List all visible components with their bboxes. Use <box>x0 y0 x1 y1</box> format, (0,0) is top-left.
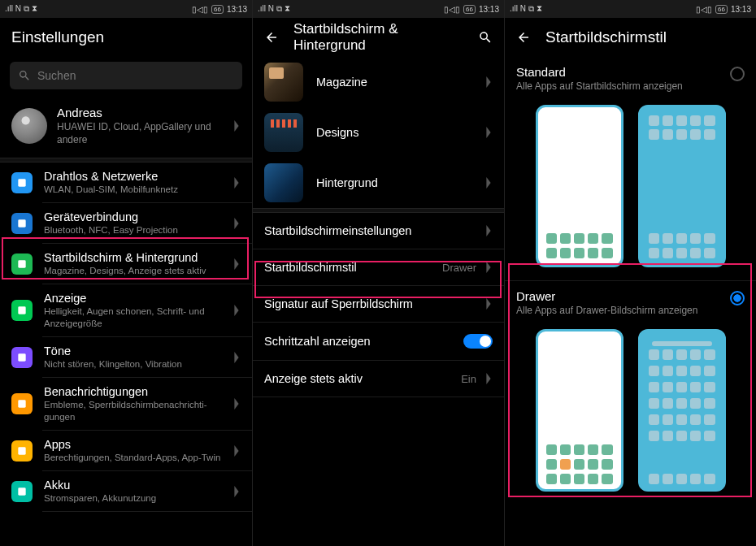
preview-phone <box>536 105 623 267</box>
settings-row[interactable]: Anzeige stets aktivEin <box>253 361 504 397</box>
profile-sub: HUAWEI ID, Cloud, AppGallery und andere <box>57 121 223 146</box>
settings-item[interactable]: Benachrichtigungen Embleme, Sperrbildsch… <box>0 378 252 431</box>
item-icon <box>11 393 33 414</box>
svg-rect-4 <box>18 353 25 361</box>
page-title: Einstellungen <box>11 28 241 46</box>
svg-rect-6 <box>18 447 25 454</box>
header: Einstellungen <box>0 18 252 57</box>
search-icon[interactable] <box>478 30 493 45</box>
settings-row[interactable]: Signatur auf Sperrbildschirm <box>253 286 504 323</box>
option-drawer[interactable]: Drawer Alle Apps auf Drawer-Bildschirm a… <box>505 280 756 505</box>
chevron-right-icon <box>484 76 493 88</box>
settings-row[interactable]: Schrittzahl anzeigen <box>253 323 504 361</box>
back-icon[interactable] <box>264 30 279 45</box>
panel-homescreen-style: .ıll N ⧉ ⧗ ▯◁▯ 66 13:13 Startbildschirms… <box>504 0 756 546</box>
status-bar: .ıll N ⧉ ⧗ ▯◁▯ 66 13:13 <box>0 0 252 18</box>
settings-item[interactable]: Töne Nicht stören, Klingelton, Vibration <box>0 337 252 378</box>
chevron-right-icon <box>232 352 241 363</box>
page-title: Startbildschirm & Hintergrund <box>293 21 463 54</box>
panel-homescreen-bg: .ıll N ⧉ ⧗ ▯◁▯ 66 13:13 Startbildschirm … <box>252 0 504 546</box>
chevron-right-icon <box>232 258 241 270</box>
item-icon <box>11 300 33 321</box>
row-designs[interactable]: Designs <box>253 107 504 158</box>
magazine-thumb <box>264 63 303 102</box>
chevron-right-icon <box>484 177 493 188</box>
search-icon <box>18 69 31 82</box>
preview-phone <box>638 105 726 267</box>
search-placeholder: Suchen <box>37 69 76 82</box>
chevron-right-icon <box>484 298 493 310</box>
row-wallpaper[interactable]: Hintergrund <box>253 158 504 208</box>
svg-rect-3 <box>18 307 25 314</box>
settings-item[interactable]: Drahtlos & Netzwerke WLAN, Dual-SIM, Mob… <box>0 162 252 203</box>
chevron-right-icon <box>232 120 241 132</box>
item-icon <box>11 481 33 502</box>
status-bar: .ıll N ⧉ ⧗ ▯◁▯ 66 13:13 <box>505 0 756 18</box>
status-bar: .ıll N ⧉ ⧗ ▯◁▯ 66 13:13 <box>253 0 504 18</box>
option-standard[interactable]: Standard Alle Apps auf Startbildschirm a… <box>505 57 756 280</box>
header: Startbildschirm & Hintergrund <box>253 18 504 57</box>
wallpaper-thumb <box>264 163 303 202</box>
item-icon <box>11 440 33 462</box>
settings-row[interactable]: StartbildschirmstilDrawer <box>253 249 504 286</box>
item-icon <box>11 254 33 275</box>
radio-drawer[interactable] <box>730 291 745 306</box>
header: Startbildschirmstil <box>505 18 756 57</box>
settings-item[interactable]: Startbildschirm & Hintergrund Magazine, … <box>0 244 252 284</box>
chevron-right-icon <box>232 486 241 497</box>
settings-item[interactable]: Akku Stromsparen, Akkunutzung <box>0 471 252 512</box>
preview-phone <box>638 329 726 492</box>
chevron-right-icon <box>484 127 493 138</box>
chevron-right-icon <box>232 218 241 229</box>
chevron-right-icon <box>232 398 241 410</box>
profile-name: Andreas <box>57 106 223 119</box>
chevron-right-icon <box>232 445 241 457</box>
svg-rect-0 <box>18 179 25 186</box>
item-icon <box>11 172 33 193</box>
back-icon[interactable] <box>516 30 531 45</box>
svg-rect-7 <box>18 488 25 495</box>
item-icon <box>11 213 33 234</box>
toggle[interactable] <box>463 334 493 349</box>
search-input[interactable]: Suchen <box>10 62 242 89</box>
page-title: Startbildschirmstil <box>545 28 745 46</box>
settings-item[interactable]: Apps Berechtigungen, Standard-Apps, App-… <box>0 431 252 471</box>
settings-item[interactable]: Geräteverbindung Bluetooth, NFC, Easy Pr… <box>0 203 252 244</box>
svg-rect-2 <box>18 260 25 267</box>
row-magazine[interactable]: Magazine <box>253 57 504 107</box>
preview-phone <box>536 329 623 492</box>
item-icon <box>11 347 33 368</box>
chevron-right-icon <box>232 305 241 316</box>
designs-thumb <box>264 113 303 152</box>
svg-rect-5 <box>18 401 25 408</box>
chevron-right-icon <box>484 373 493 384</box>
chevron-right-icon <box>232 177 241 188</box>
chevron-right-icon <box>484 225 493 236</box>
chevron-right-icon <box>484 262 493 273</box>
panel-settings: .ıll N ⧉ ⧗ ▯◁▯ 66 13:13 Einstellungen Su… <box>0 0 252 546</box>
svg-rect-1 <box>18 219 25 227</box>
settings-row[interactable]: Startbildschirmeinstellungen <box>253 213 504 249</box>
settings-item[interactable]: Anzeige Helligkeit, Augen schonen, Schri… <box>0 284 252 337</box>
profile-row[interactable]: Andreas HUAWEI ID, Cloud, AppGallery und… <box>0 98 252 158</box>
radio-standard[interactable] <box>730 67 745 81</box>
avatar <box>11 108 47 144</box>
